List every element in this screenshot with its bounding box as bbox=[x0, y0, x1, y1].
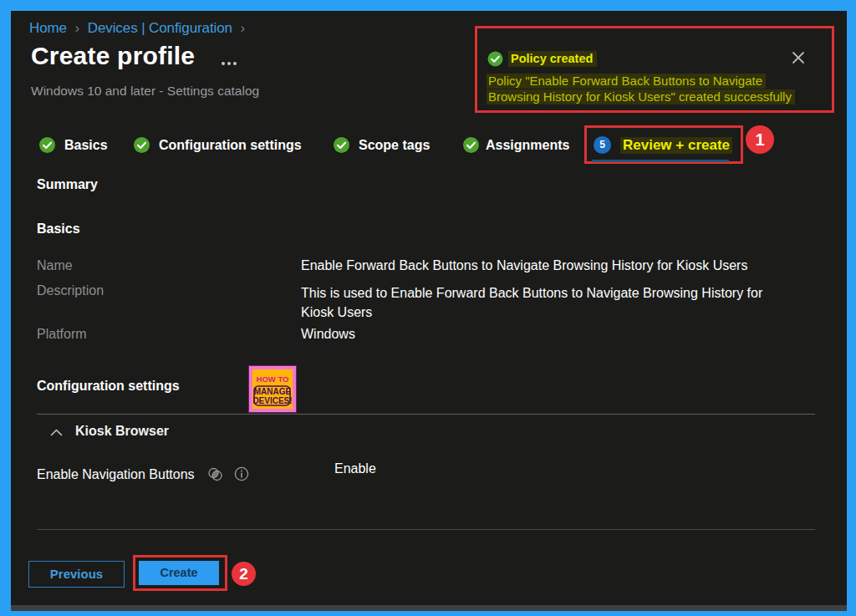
svg-text:HOW TO: HOW TO bbox=[257, 374, 289, 384]
svg-text:DEVICES!: DEVICES! bbox=[252, 396, 292, 405]
svg-text:MANAGE: MANAGE bbox=[254, 387, 292, 396]
